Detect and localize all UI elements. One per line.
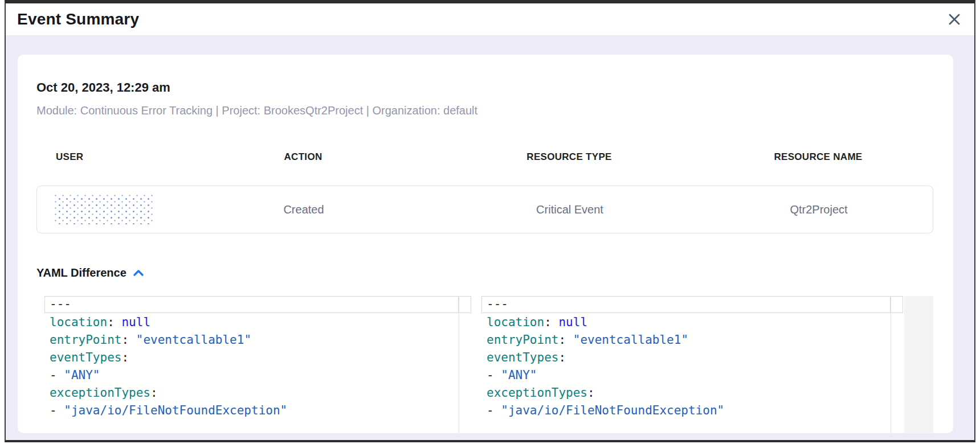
table-row: Created Critical Event Qtr2Project (36, 186, 933, 233)
collapse-toggle[interactable] (133, 269, 144, 277)
resource-name-cell: Qtr2Project (704, 203, 934, 216)
yaml-code-line: exceptionTypes: (487, 384, 891, 402)
table-header-row: USER ACTION RESOURCE TYPE RESOURCE NAME (36, 151, 933, 163)
pane-divider (471, 296, 481, 433)
scrollbar-track-left[interactable] (459, 296, 471, 433)
yaml-code-line: entryPoint: "eventcallable1" (50, 331, 459, 349)
event-summary-modal: Event Summary Oct 20, 2023, 12:29 am Mod… (5, 0, 975, 442)
yaml-code-line: location: null (487, 314, 891, 331)
resource-type-cell: Critical Event (436, 203, 704, 216)
yaml-code-line: - "java/io/FileNotFoundException" (50, 402, 459, 420)
modal-header: Event Summary (6, 3, 974, 36)
yaml-first-line-right: --- (481, 296, 891, 313)
close-icon (947, 12, 962, 27)
yaml-code-line: eventTypes: (487, 349, 891, 367)
scrollbar-corner-left (459, 296, 471, 313)
column-header-user: USER (36, 151, 171, 163)
yaml-code-line: - "java/io/FileNotFoundException" (487, 402, 891, 420)
diff-gutter (904, 296, 933, 433)
yaml-difference-label: YAML Difference (36, 266, 126, 279)
action-cell: Created (172, 203, 436, 216)
yaml-code-line: location: null (50, 314, 459, 331)
modal-body: Oct 20, 2023, 12:29 am Module: Continuou… (6, 36, 974, 440)
event-timestamp: Oct 20, 2023, 12:29 am (36, 80, 933, 95)
yaml-code-line: - "ANY" (487, 367, 891, 384)
redacted-user-pattern (55, 195, 153, 224)
yaml-pane-right: --- location: nullentryPoint: "eventcall… (481, 296, 903, 433)
yaml-difference-header: YAML Difference (36, 266, 933, 279)
scrollbar-corner-right (891, 296, 903, 313)
yaml-first-line-left: --- (44, 296, 459, 313)
user-cell (37, 195, 172, 224)
event-meta: Module: Continuous Error Tracking | Proj… (36, 104, 933, 117)
yaml-code-line: - "ANY" (50, 367, 459, 384)
close-button[interactable] (945, 10, 964, 29)
scrollbar-track-right[interactable] (891, 296, 903, 433)
yaml-code-left: location: nullentryPoint: "eventcallable… (44, 313, 459, 420)
column-header-resource-name: RESOURCE NAME (703, 151, 933, 163)
column-header-resource-type: RESOURCE TYPE (435, 151, 703, 163)
chevron-up-icon (133, 269, 144, 277)
yaml-pane-left: --- location: nullentryPoint: "eventcall… (44, 296, 471, 433)
yaml-code-line: entryPoint: "eventcallable1" (487, 331, 891, 349)
yaml-diff-viewer: --- location: nullentryPoint: "eventcall… (44, 296, 933, 433)
yaml-code-right: location: nullentryPoint: "eventcallable… (481, 313, 891, 420)
event-card: Oct 20, 2023, 12:29 am Module: Continuou… (18, 55, 953, 433)
page-title: Event Summary (17, 10, 139, 28)
column-header-action: ACTION (171, 151, 435, 163)
yaml-code-line: eventTypes: (50, 349, 459, 367)
yaml-code-line: exceptionTypes: (50, 384, 459, 402)
